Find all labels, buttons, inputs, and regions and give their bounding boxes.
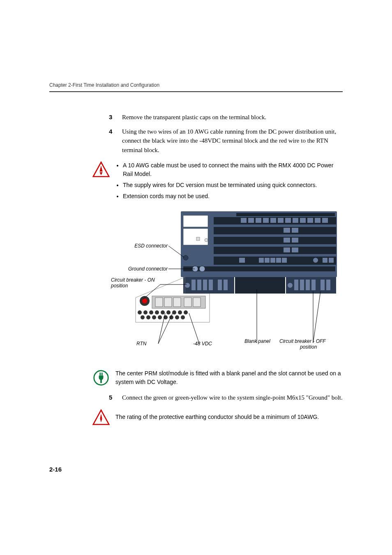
svg-point-69 xyxy=(138,310,142,314)
svg-rect-10 xyxy=(248,218,254,223)
svg-rect-24 xyxy=(214,237,336,244)
svg-rect-99 xyxy=(100,379,102,383)
svg-point-71 xyxy=(149,310,153,314)
svg-rect-38 xyxy=(323,258,327,263)
svg-line-92 xyxy=(189,313,199,344)
svg-rect-65 xyxy=(164,298,172,307)
label-esd: ESD connector xyxy=(134,243,168,249)
note-text: The center PRM slot/module is fitted wit… xyxy=(115,369,343,386)
svg-rect-5 xyxy=(183,229,208,245)
svg-rect-23 xyxy=(292,228,298,233)
step-4: 4 Using the two wires of an 10 AWG cable… xyxy=(109,127,343,155)
label-breaker-off-1: Circuit breaker - OFF xyxy=(279,338,326,344)
svg-rect-59 xyxy=(326,280,330,290)
svg-point-81 xyxy=(158,315,162,319)
svg-point-37 xyxy=(313,258,318,263)
warning-triangle-icon xyxy=(92,161,110,203)
power-plug-icon xyxy=(92,370,110,386)
running-header: Chapter 2-First Time Installation and Co… xyxy=(49,82,343,88)
svg-rect-36 xyxy=(282,258,287,263)
svg-rect-21 xyxy=(214,227,336,234)
label-48vdc: -48 VDC xyxy=(193,341,212,347)
step-text: Connect the green or green-yellow wire t… xyxy=(122,393,343,402)
svg-rect-34 xyxy=(270,258,275,263)
svg-rect-98 xyxy=(101,372,103,375)
svg-rect-12 xyxy=(263,218,269,223)
svg-point-43 xyxy=(199,266,205,272)
svg-rect-16 xyxy=(293,218,298,223)
chassis-diagram: ESD connector Ground connector Circuit b… xyxy=(111,211,343,359)
svg-rect-35 xyxy=(276,258,281,263)
svg-rect-67 xyxy=(184,298,191,307)
warning-bullet: Extension cords may not be used. xyxy=(123,192,343,201)
step-5: 5 Connect the green or green-yellow wire… xyxy=(109,393,343,402)
svg-point-78 xyxy=(141,315,145,319)
svg-point-79 xyxy=(146,315,150,319)
svg-rect-19 xyxy=(315,218,321,223)
svg-point-74 xyxy=(166,310,171,314)
svg-point-77 xyxy=(184,310,188,314)
step-text: Using the two wires of an 10 AWG cable r… xyxy=(122,127,343,155)
svg-rect-45 xyxy=(235,277,285,294)
svg-point-72 xyxy=(155,310,159,314)
svg-rect-31 xyxy=(239,258,245,263)
svg-rect-56 xyxy=(306,280,310,290)
svg-rect-14 xyxy=(278,218,284,223)
svg-rect-25 xyxy=(284,238,290,243)
svg-rect-29 xyxy=(292,247,298,252)
step-text: Remove the transparent plastic caps on t… xyxy=(122,113,343,122)
svg-point-1 xyxy=(100,172,102,174)
svg-point-80 xyxy=(152,315,156,319)
step-number: 3 xyxy=(109,113,115,122)
svg-rect-58 xyxy=(321,280,325,290)
svg-point-73 xyxy=(161,310,165,314)
svg-rect-17 xyxy=(300,218,306,223)
note-center-prm: The center PRM slot/module is fitted wit… xyxy=(92,369,343,386)
svg-rect-52 xyxy=(224,280,228,290)
svg-rect-22 xyxy=(284,228,290,233)
step-number: 5 xyxy=(109,393,115,402)
svg-rect-9 xyxy=(241,218,247,223)
warning-text: The rating of the protective earthing co… xyxy=(115,413,343,421)
svg-rect-32 xyxy=(259,258,264,263)
svg-rect-39 xyxy=(329,258,334,263)
label-ground: Ground connector xyxy=(128,266,168,272)
page-number: 2-16 xyxy=(49,466,62,473)
warning-bullet: A 10 AWG cable must be used to connect t… xyxy=(123,161,343,178)
warning-triangle-icon xyxy=(92,409,110,426)
svg-rect-20 xyxy=(322,218,328,223)
label-breaker-on-1: Circuit breaker - ON xyxy=(111,277,155,283)
svg-rect-54 xyxy=(294,280,298,290)
svg-rect-47 xyxy=(191,280,196,290)
svg-rect-26 xyxy=(292,238,298,243)
svg-rect-11 xyxy=(256,218,261,223)
warning-block-1: A 10 AWG cable must be used to connect t… xyxy=(92,161,343,203)
svg-rect-64 xyxy=(155,298,163,307)
svg-rect-27 xyxy=(214,247,336,254)
svg-rect-13 xyxy=(270,218,276,223)
warning-block-2: The rating of the protective earthing co… xyxy=(92,409,343,426)
svg-rect-55 xyxy=(300,280,304,290)
svg-point-84 xyxy=(175,315,179,319)
svg-rect-41 xyxy=(183,266,335,271)
svg-rect-97 xyxy=(99,372,101,375)
svg-point-6 xyxy=(205,238,208,242)
svg-rect-57 xyxy=(311,280,316,290)
label-blank-panel: Blank panel xyxy=(244,338,270,344)
svg-rect-28 xyxy=(284,247,290,252)
svg-rect-4 xyxy=(183,215,208,227)
svg-rect-50 xyxy=(209,280,213,290)
svg-point-40 xyxy=(183,255,188,260)
label-breaker-off-2: position xyxy=(300,344,317,350)
svg-rect-49 xyxy=(203,280,207,290)
svg-point-76 xyxy=(178,310,182,314)
svg-line-95 xyxy=(313,291,321,343)
svg-point-53 xyxy=(185,283,190,288)
svg-rect-33 xyxy=(265,258,270,263)
svg-point-62 xyxy=(142,298,147,303)
label-breaker-on-2: position xyxy=(111,283,128,289)
step-number: 4 xyxy=(109,127,115,155)
svg-rect-51 xyxy=(218,280,222,290)
warning-body: A 10 AWG cable must be used to connect t… xyxy=(115,161,343,203)
label-rtn: RTN xyxy=(136,341,147,347)
